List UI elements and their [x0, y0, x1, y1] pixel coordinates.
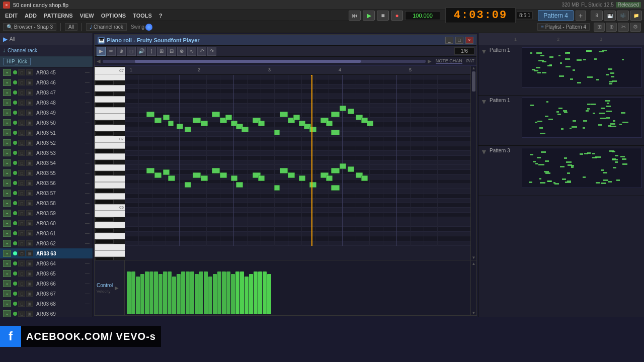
sidebar-item-ar03-55[interactable]: ▪ ◻ ▣ AR03 55 — — [0, 168, 93, 178]
piano-key-white[interactable] — [95, 244, 125, 250]
green-dot[interactable] — [13, 292, 17, 296]
green-dot[interactable] — [13, 261, 17, 265]
velocity-bar-10[interactable] — [172, 277, 176, 314]
mute-btn[interactable]: ◻ — [18, 281, 25, 287]
mute-btn[interactable]: ◻ — [18, 140, 25, 146]
piano-key-black[interactable] — [96, 149, 114, 153]
slice-tool[interactable]: ⟨ — [147, 47, 156, 56]
solo-btn[interactable]: ▣ — [26, 170, 33, 176]
pattern3-expand[interactable]: ▼ — [480, 148, 488, 156]
velocity-bar-20[interactable] — [217, 272, 221, 314]
note[interactable] — [348, 109, 355, 114]
velocity-bar-7[interactable] — [158, 274, 163, 314]
velocity-bar-18[interactable] — [208, 277, 212, 314]
note[interactable] — [331, 130, 339, 135]
velocity-bar-6[interactable] — [154, 272, 158, 314]
velocity-bar-26[interactable] — [245, 277, 249, 314]
velocity-bar-11[interactable] — [177, 274, 181, 314]
solo-btn[interactable]: ▣ — [26, 180, 33, 186]
note[interactable] — [242, 127, 249, 132]
mute-btn[interactable]: ◻ — [18, 210, 25, 216]
note[interactable] — [258, 175, 265, 181]
solo-btn[interactable]: ▣ — [26, 291, 33, 297]
piano-key-white[interactable] — [95, 175, 125, 182]
note[interactable] — [168, 121, 174, 126]
note[interactable] — [258, 121, 265, 126]
sidebar-item-ar03-60[interactable]: ▪ ◻ ▣ AR03 60 — — [0, 218, 93, 228]
sidebar-item-ar03-64[interactable]: ▪ ◻ ▣ AR03 64 — — [0, 258, 93, 268]
sidebar-item-ar03-47[interactable]: ▪ ◻ ▣ AR03 47 — — [0, 87, 93, 98]
velocity-bar-0[interactable] — [127, 272, 131, 314]
solo-btn[interactable]: ▣ — [26, 260, 33, 266]
control-tab[interactable]: Control — [97, 283, 113, 288]
all-button[interactable]: All — [65, 23, 77, 31]
note[interactable] — [274, 130, 280, 135]
green-dot[interactable] — [13, 201, 17, 205]
quantize-display[interactable]: 1/6 — [454, 47, 474, 55]
piano-key-white[interactable] — [95, 153, 125, 160]
note[interactable] — [236, 182, 243, 188]
velocity-bar-28[interactable] — [254, 272, 258, 314]
piano-key-black[interactable] — [96, 200, 114, 204]
pattern-button[interactable]: Pattern 4 — [538, 10, 574, 21]
green-dot[interactable] — [13, 191, 17, 195]
piano-key-white[interactable] — [95, 211, 125, 217]
note[interactable] — [293, 115, 300, 120]
velocity-bar-25[interactable] — [240, 272, 244, 314]
green-dot[interactable] — [13, 161, 17, 165]
vel-scroll-up[interactable]: ▲ — [472, 261, 476, 266]
green-dot[interactable] — [13, 272, 17, 276]
mute-tool[interactable]: ⊗ — [177, 47, 186, 56]
record-button[interactable]: ● — [391, 11, 403, 21]
add-pattern-button[interactable]: + — [576, 11, 586, 21]
green-dot[interactable] — [13, 80, 17, 84]
velocity-bar-1[interactable] — [131, 272, 135, 314]
velocity-bar-12[interactable] — [181, 272, 185, 314]
sidebar-item-ar03-46[interactable]: ▪ ◻ ▣ AR03 46 — — [0, 77, 93, 87]
solo-btn[interactable]: ▣ — [26, 210, 33, 216]
solo-btn[interactable]: ▣ — [26, 270, 33, 277]
note-view-tab[interactable]: NOTE CHAN — [436, 58, 462, 64]
mute-btn[interactable]: ◻ — [18, 100, 25, 106]
velocity-bar-14[interactable] — [190, 272, 194, 314]
note[interactable] — [367, 121, 374, 126]
green-dot[interactable] — [13, 151, 17, 155]
mute-btn[interactable]: ◻ — [18, 180, 25, 186]
hip-kick-instrument[interactable]: HIP_Kick — [3, 58, 31, 65]
solo-btn[interactable]: ▣ — [26, 220, 33, 226]
zoom-out-tool[interactable]: ⊟ — [167, 47, 176, 56]
velocity-bar-16[interactable] — [199, 272, 203, 314]
zoom-in-tool[interactable]: ⊞ — [157, 47, 166, 56]
scroll-right[interactable]: ▶ — [428, 58, 432, 64]
mute-btn[interactable]: ◻ — [18, 250, 25, 256]
piano-key-black[interactable] — [96, 239, 114, 244]
solo-btn[interactable]: ▣ — [26, 230, 33, 236]
solo-btn[interactable]: ▣ — [26, 69, 33, 75]
note[interactable] — [201, 175, 208, 181]
mute-btn[interactable]: ◻ — [18, 110, 25, 116]
mute-btn[interactable]: ◻ — [18, 260, 25, 266]
mute-btn[interactable]: ◻ — [18, 220, 25, 226]
scroll-thumb-h[interactable] — [135, 60, 361, 63]
play-button[interactable]: ▶ — [363, 11, 375, 21]
piano-key-black[interactable] — [96, 92, 114, 96]
mute-btn[interactable]: ◻ — [18, 240, 25, 246]
mute-btn[interactable]: ◻ — [18, 200, 25, 206]
mute-btn[interactable]: ◻ — [18, 160, 25, 166]
velocity-bar-8[interactable] — [163, 272, 167, 314]
piano-key-white[interactable] — [95, 193, 125, 200]
green-dot[interactable] — [13, 141, 17, 145]
note[interactable] — [331, 168, 339, 173]
scroll-left[interactable]: ◀ — [97, 58, 101, 64]
mute-btn[interactable]: ◻ — [18, 230, 25, 236]
green-dot[interactable] — [13, 90, 17, 95]
solo-btn[interactable]: ▣ — [26, 110, 33, 116]
help-menu[interactable]: ? — [156, 12, 166, 20]
solo-btn[interactable]: ▣ — [26, 100, 33, 106]
sidebar-item-ar03-66[interactable]: ▪ ◻ ▣ AR03 66 — — [0, 279, 93, 289]
channel-rack-button[interactable]: 🎹 — [604, 11, 616, 21]
velocity-bar-31[interactable] — [267, 274, 271, 314]
note[interactable] — [168, 175, 175, 181]
piano-key-black[interactable] — [96, 160, 114, 164]
solo-btn[interactable]: ▣ — [26, 311, 33, 317]
